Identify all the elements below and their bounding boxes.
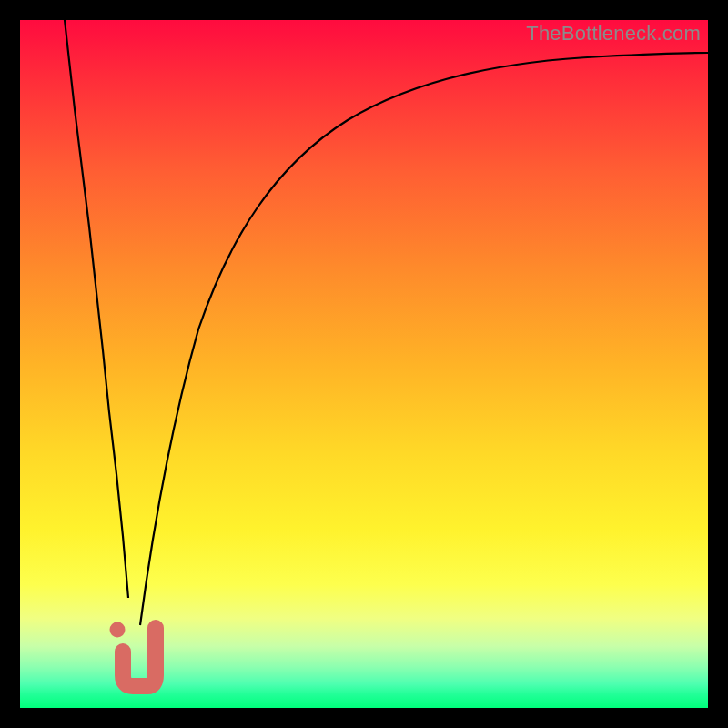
chart-svg <box>20 20 708 708</box>
outer-frame: TheBottleneck.com <box>0 0 728 728</box>
curve-left-branch <box>65 20 128 598</box>
accent-marker-j <box>123 628 156 686</box>
plot-area: TheBottleneck.com <box>20 20 708 708</box>
accent-marker-dot <box>110 622 126 638</box>
curve-right-branch <box>140 53 708 625</box>
